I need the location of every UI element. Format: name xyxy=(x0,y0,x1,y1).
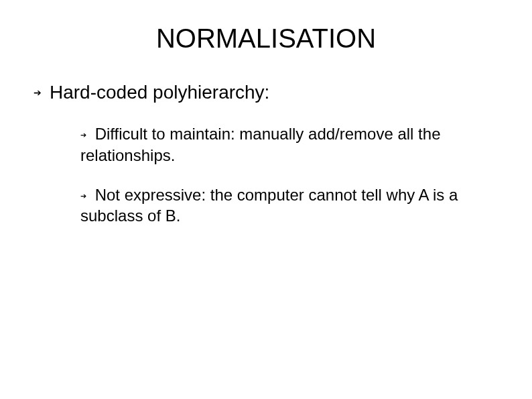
arrow-icon: ➔ xyxy=(34,87,42,98)
sub-bullet: ➔ Not expressive: the computer cannot te… xyxy=(80,184,465,226)
arrow-icon: ➔ xyxy=(80,131,86,139)
main-bullet-text: Hard-coded polyhierarchy: xyxy=(50,80,269,105)
slide-title: NORMALISATION xyxy=(27,23,505,54)
main-bullet: ➔ Hard-coded polyhierarchy: xyxy=(34,80,505,105)
arrow-icon: ➔ xyxy=(80,192,86,200)
sub-bullet: ➔ Difficult to maintain: manually add/re… xyxy=(80,123,465,165)
sub-bullet-text: Not expressive: the computer cannot tell… xyxy=(80,186,458,225)
slide-container: NORMALISATION ➔ Hard-coded polyhierarchy… xyxy=(0,0,532,399)
sub-bullet-text: Difficult to maintain: manually add/remo… xyxy=(80,125,440,164)
